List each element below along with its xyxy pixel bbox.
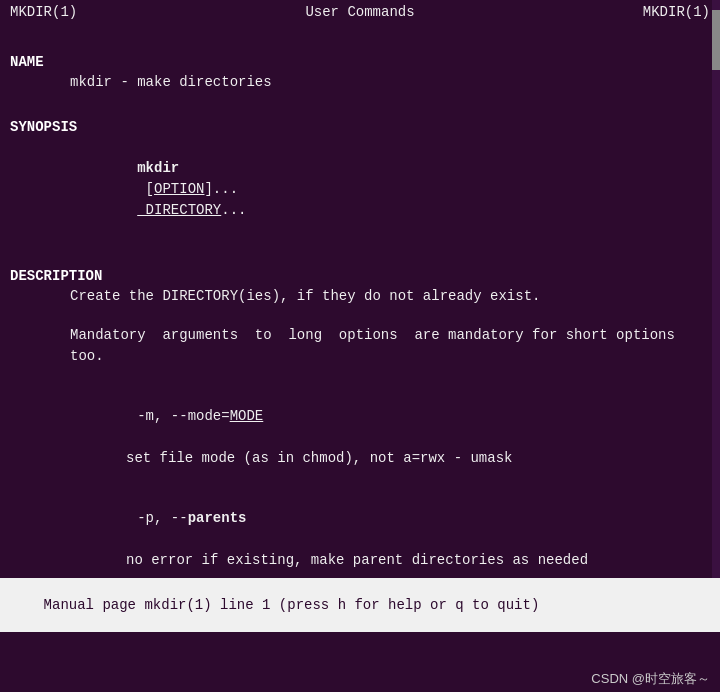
man-page-content: NAME mkdir - make directories SYNOPSIS m… [0,24,720,632]
status-bar-text: Manual page mkdir(1) line 1 (press h for… [44,597,540,613]
option-p-bold: parents [188,510,247,526]
synopsis-section-heading: SYNOPSIS [10,119,710,135]
spacer [10,28,710,46]
spacer [10,367,710,385]
description-line1: Create the DIRECTORY(ies), if they do no… [10,286,710,307]
bottom-bar: CSDN @时空旅客～ [0,632,720,692]
synopsis-option: OPTION [154,181,204,197]
synopsis-content: mkdir [OPTION]... DIRECTORY... [10,137,710,242]
spacer [10,469,710,487]
description-line2: Mandatory arguments to long options are … [10,325,710,346]
option-m-text: -m, --mode= [137,408,229,424]
synopsis-option-bracket: [ [137,181,154,197]
description-line3: too. [10,346,710,367]
option-p-desc: no error if existing, make parent direct… [10,550,710,571]
synopsis-directory: DIRECTORY [137,202,221,218]
name-section-heading: NAME [10,54,710,70]
watermark: CSDN @时空旅客～ [591,670,710,688]
option-p-heading: -p, --parents [10,487,710,550]
spacer [10,93,710,111]
content-area: NAME mkdir - make directories SYNOPSIS m… [0,24,720,632]
status-bar: Manual page mkdir(1) line 1 (press h for… [0,578,720,632]
option-p-text: -p, -- [137,510,187,526]
man-page-header: MKDIR(1) User Commands MKDIR(1) [0,0,720,24]
header-left: MKDIR(1) [10,4,77,20]
name-content: mkdir - make directories [10,72,710,93]
terminal-window: MKDIR(1) User Commands MKDIR(1) NAME mkd… [0,0,720,692]
spacer [10,307,710,325]
option-m-heading: -m, --mode=MODE [10,385,710,448]
option-m-mode: MODE [230,408,264,424]
option-m-desc: set file mode (as in chmod), not a=rwx -… [10,448,710,469]
description-section-heading: DESCRIPTION [10,268,710,284]
spacer [10,242,710,260]
header-right: MKDIR(1) [643,4,710,20]
synopsis-mkdir: mkdir [137,160,179,176]
header-center: User Commands [305,4,414,20]
